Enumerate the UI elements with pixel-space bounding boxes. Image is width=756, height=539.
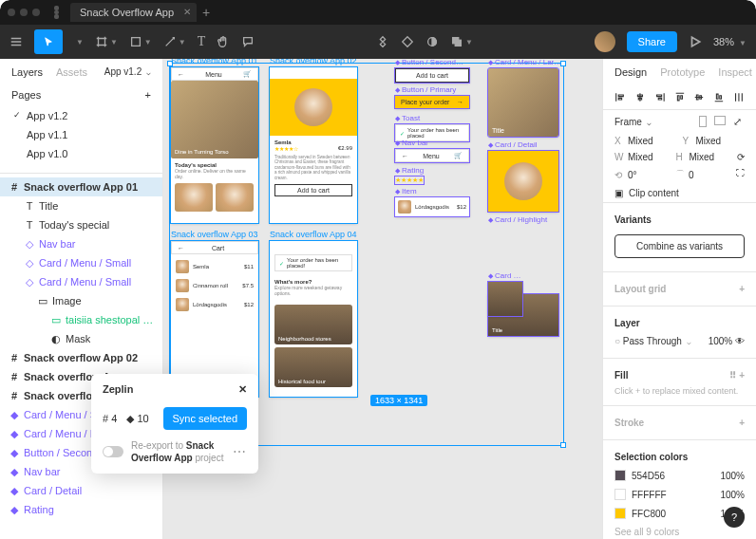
combine-variants-button[interactable]: Combine as variants	[614, 234, 745, 258]
component[interactable]: Lördagsgodis$12	[395, 197, 469, 216]
visibility-icon[interactable]: 👁	[735, 336, 745, 346]
help-button[interactable]: ?	[724, 507, 745, 528]
x-input[interactable]: Mixed	[628, 136, 653, 146]
component-label[interactable]: Button / Primary	[395, 85, 456, 94]
sync-button[interactable]: Sync selected	[163, 407, 247, 430]
rotation-input[interactable]: 0°	[628, 170, 637, 180]
page-item[interactable]: App v1.2	[4, 106, 159, 125]
layer-row[interactable]: ◆Card / Detail	[0, 481, 162, 500]
y-input[interactable]: Mixed	[696, 136, 722, 146]
align-controls[interactable]	[603, 85, 756, 110]
component[interactable]: Add to cart	[395, 68, 469, 83]
new-tab-button[interactable]: +	[202, 5, 210, 20]
tab-inspect[interactable]: Inspect	[718, 66, 751, 78]
blend-mode[interactable]: Pass Through	[623, 336, 682, 346]
component-label[interactable]: Card …	[488, 271, 521, 280]
shape-tool[interactable]: ▼	[129, 35, 152, 48]
add-page-button[interactable]: +	[145, 89, 151, 101]
layer-row[interactable]: ◐Mask	[0, 329, 162, 348]
component-label[interactable]: Item	[395, 187, 417, 195]
constrain-icon[interactable]: ⟳	[737, 152, 745, 162]
artboard[interactable]: ←Menu🛒 Dine in Turning Torso Today's spe…	[171, 67, 258, 223]
layer-row[interactable]: #Snack overflow App 01	[0, 177, 162, 196]
layer-row[interactable]: TTitle	[0, 196, 162, 215]
component[interactable]: Place your order→	[395, 96, 469, 108]
add-grid-button[interactable]: +	[739, 284, 745, 294]
clip-checkbox[interactable]: ▣	[614, 188, 623, 198]
component-label[interactable]: Rating	[395, 166, 424, 175]
component-label[interactable]: Toast	[395, 114, 420, 122]
tab-assets[interactable]: Assets	[56, 66, 87, 78]
titlebar: Snack Overflow App✕ +	[0, 0, 756, 25]
component-icon[interactable]	[376, 35, 389, 48]
resize-fit-icon[interactable]: ⤢	[733, 116, 745, 125]
window-controls[interactable]	[8, 9, 40, 16]
tab-design[interactable]: Design	[614, 66, 647, 78]
mask-icon[interactable]	[401, 35, 414, 48]
union-icon[interactable]: ▼	[450, 35, 473, 48]
component-label[interactable]: Card / Highlight	[488, 215, 547, 224]
frame-count: # 4	[103, 413, 117, 425]
reexport-toggle[interactable]	[103, 446, 123, 457]
page-selector[interactable]: App v1.2 ⌵	[104, 66, 151, 78]
component-label[interactable]: Card / Menu / Lar…	[488, 59, 561, 66]
layer-row[interactable]: ◇Card / Menu / Small	[0, 272, 162, 291]
frame-label[interactable]: Snack overflow App 04	[270, 230, 357, 239]
frame-tool[interactable]: ▼	[95, 35, 118, 48]
page-item[interactable]: App v1.0	[4, 144, 159, 163]
frame-label[interactable]: Snack overflow App 01	[171, 59, 258, 65]
layer-row[interactable]: ▭Image	[0, 291, 162, 310]
hand-tool[interactable]	[217, 35, 230, 48]
layer-row[interactable]: ◇Card / Menu / Small	[0, 253, 162, 272]
avatar[interactable]	[595, 31, 615, 52]
style-icon[interactable]: ⠿	[729, 370, 736, 381]
layer-row[interactable]: ◇Nav bar	[0, 234, 162, 253]
frame-label[interactable]: Snack overflow App 03	[171, 230, 258, 239]
figma-logo-icon[interactable]	[51, 6, 61, 19]
component[interactable]: ★★★★★	[395, 177, 424, 184]
page-item[interactable]: App v1.1	[4, 125, 159, 144]
opacity-input[interactable]: 100%	[709, 336, 733, 346]
svg-rect-3	[455, 40, 461, 46]
component[interactable]: ←Menu🛒	[395, 149, 469, 162]
frame-type[interactable]: Frame ⌵	[614, 117, 652, 127]
layer-row[interactable]: ▭taisiia shestopal NLpRolH…	[0, 310, 162, 329]
right-panel: DesignPrototypeInspect Frame ⌵ ⤢ XMixedY…	[602, 59, 756, 539]
artboard[interactable]: Semla★★★★☆€2.99Traditionally served in S…	[270, 67, 357, 223]
close-icon[interactable]: ✕	[238, 383, 247, 396]
move-tool[interactable]	[34, 29, 63, 54]
component-label[interactable]: Button / Second…	[395, 59, 463, 66]
component-label[interactable]: Nav bar	[395, 139, 428, 147]
close-icon[interactable]: ✕	[183, 7, 191, 17]
zoom-level[interactable]: 38% ▼	[713, 36, 747, 47]
file-tab[interactable]: Snack Overflow App✕	[70, 3, 197, 22]
share-button[interactable]: Share	[627, 31, 677, 52]
comment-tool[interactable]	[241, 35, 255, 48]
boolean-icon[interactable]	[425, 35, 439, 48]
radius-input[interactable]: 0	[689, 170, 694, 180]
menu-icon[interactable]	[9, 35, 23, 48]
portrait-icon[interactable]	[699, 116, 707, 127]
add-stroke-button[interactable]: +	[739, 418, 745, 428]
component-label[interactable]: Card / Detail	[488, 140, 537, 149]
text-tool[interactable]: T	[198, 34, 206, 49]
w-input[interactable]: Mixed	[628, 152, 653, 162]
more-icon[interactable]: ⋯	[233, 444, 247, 459]
tab-prototype[interactable]: Prototype	[660, 66, 705, 78]
frame-label[interactable]: Snack overflow App 02	[270, 59, 357, 65]
layer-row[interactable]: #Snack overflow App 02	[0, 348, 162, 367]
corners-icon[interactable]: ⛶	[736, 168, 745, 181]
component[interactable]: Title	[488, 68, 558, 137]
present-icon[interactable]	[689, 35, 702, 48]
tab-layers[interactable]: Layers	[11, 66, 43, 78]
pen-tool[interactable]: ▼	[163, 35, 186, 48]
layer-row[interactable]: TToday's special	[0, 215, 162, 234]
artboard[interactable]: ✓Your order has been placed! What's more…	[270, 241, 357, 397]
component[interactable]	[488, 282, 522, 316]
add-fill-button[interactable]: +	[739, 370, 745, 381]
h-input[interactable]: Mixed	[690, 152, 715, 162]
component[interactable]	[488, 151, 558, 212]
layer-tree: #Snack overflow App 01TTitleTToday's spe…	[0, 173, 162, 539]
landscape-icon[interactable]	[714, 116, 726, 125]
layer-row[interactable]: ◆Rating	[0, 500, 162, 519]
